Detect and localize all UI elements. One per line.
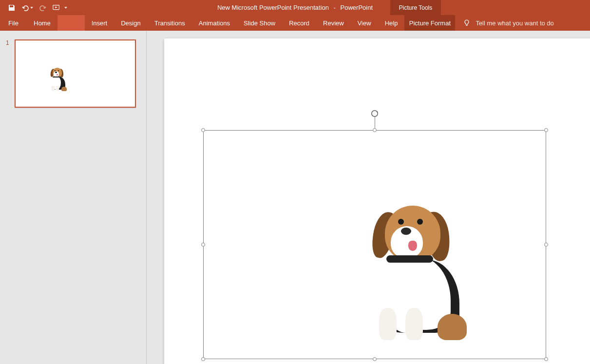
tab-record[interactable]: Record [282, 15, 316, 31]
undo-button[interactable] [21, 4, 33, 12]
start-from-beginning-icon[interactable] [53, 4, 60, 12]
document-name: New Microsoft PowerPoint Presentation [217, 4, 329, 11]
tab-animations[interactable]: Animations [192, 15, 237, 31]
lightbulb-icon [463, 19, 471, 27]
tab-slideshow[interactable]: Slide Show [237, 15, 282, 31]
resize-handle-bl[interactable] [201, 357, 205, 361]
tab-transitions-label: Transitions [154, 19, 185, 27]
save-icon[interactable] [8, 4, 16, 12]
tab-record-label: Record [289, 19, 309, 27]
tab-design[interactable]: Design [114, 15, 147, 31]
tell-me-search[interactable]: Tell me what you want to do [455, 15, 553, 31]
tab-review[interactable]: Review [316, 15, 351, 31]
resize-handle-bm[interactable] [373, 357, 377, 361]
tab-help[interactable]: Help [378, 15, 405, 31]
context-tool-tab[interactable]: Picture Tools [390, 0, 441, 15]
picture-selection-box[interactable] [203, 130, 546, 359]
tab-file[interactable]: File [0, 15, 27, 31]
tab-picture-format[interactable]: Picture Format [404, 15, 455, 31]
tab-hidden[interactable] [57, 15, 85, 31]
tab-picture-format-label: Picture Format [409, 19, 451, 27]
workspace: 1 [0, 31, 590, 364]
tab-insert[interactable]: Insert [85, 15, 114, 31]
customize-qat-icon[interactable] [64, 7, 67, 9]
resize-handle-tm[interactable] [373, 128, 377, 132]
app-name: PowerPoint [341, 4, 373, 11]
tab-review-label: Review [323, 19, 344, 27]
resize-handle-mr[interactable] [544, 243, 548, 247]
slide-canvas[interactable] [164, 38, 590, 364]
thumbnail-pane[interactable]: 1 [0, 31, 147, 364]
tell-me-label: Tell me what you want to do [476, 19, 553, 27]
resize-handle-ml[interactable] [201, 243, 205, 247]
tab-slideshow-label: Slide Show [244, 19, 275, 27]
tab-animations-label: Animations [199, 19, 230, 27]
tab-design-label: Design [121, 19, 140, 27]
slide-number: 1 [6, 39, 9, 46]
redo-icon[interactable] [39, 4, 47, 12]
title-separator: - [331, 4, 339, 11]
tab-insert-label: Insert [92, 19, 108, 27]
tab-view-label: View [358, 19, 371, 27]
window-title: New Microsoft PowerPoint Presentation - … [0, 4, 590, 11]
slide-thumbnail-1[interactable] [15, 39, 136, 108]
ribbon-tabs: File Home Insert Design Transitions Anim… [0, 15, 590, 31]
tab-home-label: Home [34, 19, 51, 27]
undo-dropdown-icon[interactable] [30, 7, 33, 9]
quick-access-toolbar [2, 4, 67, 12]
title-bar: New Microsoft PowerPoint Presentation - … [0, 0, 590, 15]
dog-image[interactable] [335, 194, 481, 340]
tab-transitions[interactable]: Transitions [148, 15, 192, 31]
tab-home[interactable]: Home [27, 15, 57, 31]
svg-point-1 [372, 111, 378, 116]
resize-handle-tr[interactable] [544, 128, 548, 132]
dog-image-thumbnail [44, 66, 69, 91]
resize-handle-br[interactable] [544, 357, 548, 361]
tab-view[interactable]: View [351, 15, 378, 31]
tab-file-label: File [8, 19, 19, 27]
slide-edit-area[interactable] [147, 31, 590, 364]
context-tool-label: Picture Tools [399, 4, 432, 11]
tab-help-label: Help [385, 19, 398, 27]
rotate-handle-icon[interactable] [370, 109, 379, 118]
resize-handle-tl[interactable] [201, 128, 205, 132]
